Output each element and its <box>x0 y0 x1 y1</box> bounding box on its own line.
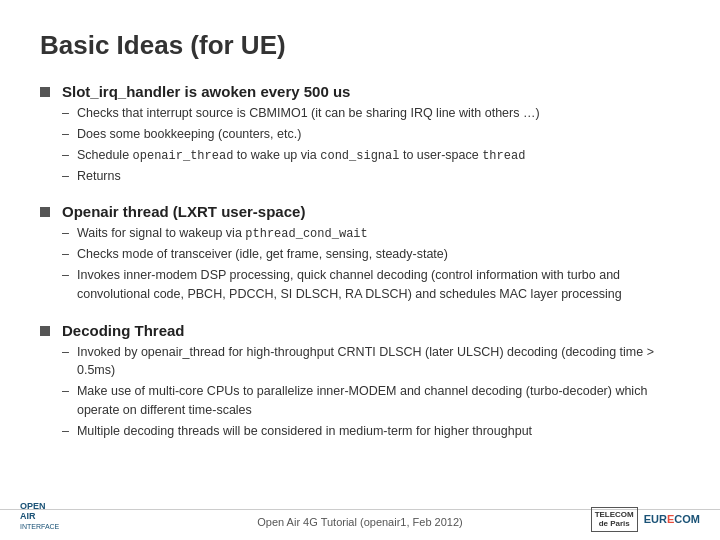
bullet-square <box>40 326 50 336</box>
sub-text: Multiple decoding threads will be consid… <box>77 422 680 441</box>
dash-icon: – <box>62 343 69 362</box>
list-item: –Multiple decoding threads will be consi… <box>62 422 680 441</box>
sub-text: Waits for signal to wakeup via pthread_c… <box>77 224 680 243</box>
list-item: –Waits for signal to wakeup via pthread_… <box>62 224 680 243</box>
sub-text: Does some bookkeeping (counters, etc.) <box>77 125 680 144</box>
bullet-square <box>40 207 50 217</box>
list-item: –Make use of multi-core CPUs to parallel… <box>62 382 680 420</box>
sub-text: Returns <box>77 167 680 186</box>
bullet-square <box>40 87 50 97</box>
list-item: –Does some bookkeeping (counters, etc.) <box>62 125 680 144</box>
openair-logo: OPEN AIR INTERFACE <box>20 502 59 532</box>
sections-container: Slot_irq_handler is awoken every 500 us–… <box>40 83 680 442</box>
section-title-openair-thread: Openair thread (LXRT user-space) <box>62 203 680 220</box>
sub-text: Invokes inner-modem DSP processing, quic… <box>77 266 680 304</box>
section-title-decoding-thread: Decoding Thread <box>62 322 680 339</box>
dash-icon: – <box>62 382 69 401</box>
dash-icon: – <box>62 104 69 123</box>
sub-text: Make use of multi-core CPUs to paralleli… <box>77 382 680 420</box>
logo-left: OPEN AIR INTERFACE <box>20 502 59 532</box>
sub-items-decoding-thread: –Invoked by openair_thread for high-thro… <box>62 343 680 441</box>
sub-items-openair-thread: –Waits for signal to wakeup via pthread_… <box>62 224 680 303</box>
sub-items-slot-irq: –Checks that interrupt source is CBMIMO1… <box>62 104 680 185</box>
section-decoding-thread: Decoding Thread–Invoked by openair_threa… <box>40 322 680 443</box>
section-content-slot-irq: Slot_irq_handler is awoken every 500 us–… <box>62 83 680 187</box>
dash-icon: – <box>62 146 69 165</box>
eurecom-logo: EURECOM <box>644 513 700 525</box>
dash-icon: – <box>62 245 69 264</box>
section-title-slot-irq: Slot_irq_handler is awoken every 500 us <box>62 83 680 100</box>
sub-text: Invoked by openair_thread for high-throu… <box>77 343 680 381</box>
sub-text: Checks that interrupt source is CBMIMO1 … <box>77 104 680 123</box>
list-item: –Checks that interrupt source is CBMIMO1… <box>62 104 680 123</box>
footer-text: Open Air 4G Tutorial (openair1, Feb 2012… <box>257 516 462 528</box>
dash-icon: – <box>62 422 69 441</box>
list-item: –Invokes inner-modem DSP processing, qui… <box>62 266 680 304</box>
list-item: –Returns <box>62 167 680 186</box>
dash-icon: – <box>62 167 69 186</box>
dash-icon: – <box>62 125 69 144</box>
dash-icon: – <box>62 266 69 285</box>
list-item: –Schedule openair_thread to wake up via … <box>62 146 680 165</box>
section-content-decoding-thread: Decoding Thread–Invoked by openair_threa… <box>62 322 680 443</box>
list-item: –Invoked by openair_thread for high-thro… <box>62 343 680 381</box>
slide-title: Basic Ideas (for UE) <box>40 30 680 61</box>
sub-text: Checks mode of transceiver (idle, get fr… <box>77 245 680 264</box>
slide: Basic Ideas (for UE) Slot_irq_handler is… <box>0 0 720 540</box>
dash-icon: – <box>62 224 69 243</box>
telecom-logo: TELECOMde Paris <box>591 507 638 532</box>
section-openair-thread: Openair thread (LXRT user-space)–Waits f… <box>40 203 680 305</box>
logo-right: TELECOMde Paris EURECOM <box>591 507 700 532</box>
sub-text: Schedule openair_thread to wake up via c… <box>77 146 680 165</box>
list-item: –Checks mode of transceiver (idle, get f… <box>62 245 680 264</box>
section-slot-irq: Slot_irq_handler is awoken every 500 us–… <box>40 83 680 187</box>
section-content-openair-thread: Openair thread (LXRT user-space)–Waits f… <box>62 203 680 305</box>
